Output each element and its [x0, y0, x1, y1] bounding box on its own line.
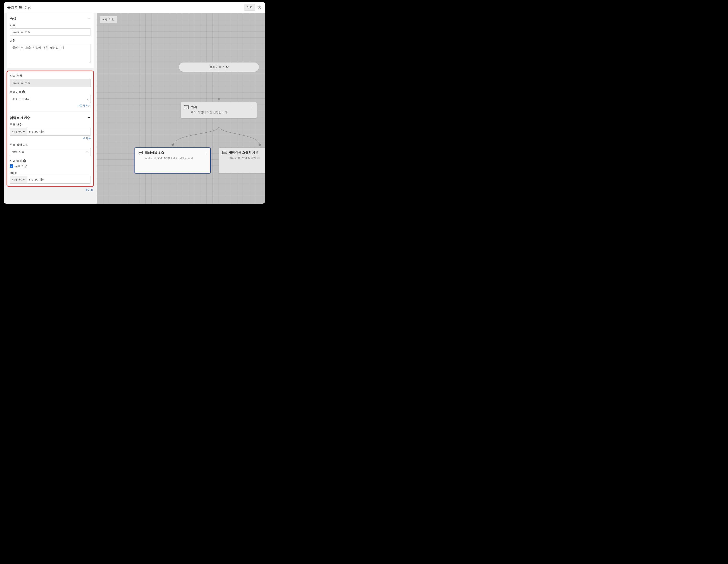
- task-type-label: 작업 유형: [10, 74, 91, 78]
- param-type-dropdown[interactable]: 매개변수 ▾: [10, 176, 27, 183]
- svg-point-8: [223, 152, 224, 153]
- allow-failure-label: 실패 허용 ?: [10, 159, 91, 163]
- node-menu-icon[interactable]: ⋮: [251, 105, 254, 109]
- loop-exec-label: 루프 실행 방식: [10, 143, 91, 147]
- chat-icon: [138, 151, 143, 155]
- copy-node-title: 플레이북 호출의 사본: [229, 151, 264, 155]
- playbook-select[interactable]: 주소 그룹 추가 ∨: [10, 95, 91, 103]
- query-node-description: 쿼리 작업에 대한 설명입니다: [184, 110, 254, 114]
- loop-exec-value: 병렬 실행: [12, 150, 24, 154]
- caret-down-icon: ▾: [23, 178, 25, 181]
- playbook-call-copy-node[interactable]: 플레이북 호출의 사본 플레이북 호출 작업에 대: [219, 147, 265, 173]
- playbook-call-node[interactable]: 플레이북 호출 ⋮ 플레이북 호출 작업에 대한 설명입니다: [135, 147, 211, 173]
- svg-rect-1: [184, 105, 188, 109]
- new-task-button[interactable]: + 새 작업: [100, 16, 117, 23]
- svg-point-2: [187, 108, 187, 109]
- description-textarea[interactable]: [10, 44, 91, 63]
- history-button[interactable]: 이력: [244, 4, 255, 11]
- help-icon[interactable]: ?: [23, 159, 26, 162]
- chat-icon: [222, 151, 227, 155]
- svg-point-5: [140, 152, 141, 153]
- autofill-link[interactable]: 자동 채우기: [10, 104, 91, 108]
- param-type-dropdown[interactable]: 매개변수 ▾: [10, 128, 27, 135]
- attributes-panel: 속성 이름 설명: [7, 13, 94, 68]
- attributes-section-header[interactable]: 속성: [10, 16, 91, 20]
- input-params-header[interactable]: 입력 매개변수: [10, 116, 91, 120]
- svg-point-9: [224, 152, 225, 153]
- playbook-selected-value: 주소 그룹 추가: [12, 97, 31, 101]
- loop-variable-value[interactable]: src_ip / 쿼리: [27, 128, 91, 135]
- copy-node-description: 플레이북 호출 작업에 대: [222, 156, 264, 160]
- playbook-call-node-title: 플레이북 호출: [145, 151, 202, 155]
- src-ip-combo: 매개변수 ▾ src_ip / 쿼리: [10, 176, 91, 183]
- name-input[interactable]: [10, 28, 91, 35]
- svg-point-10: [225, 152, 226, 153]
- workflow-canvas[interactable]: + 새 작업 플레이북 시작 쿼리 ⋮: [97, 13, 265, 203]
- page-header: 플레이북 수정 이력: [4, 2, 265, 13]
- chevron-down-icon: [86, 150, 88, 153]
- chevron-down-icon: ∨: [87, 98, 88, 101]
- task-type-value: 플레이북 호출: [10, 79, 91, 87]
- start-node[interactable]: 플레이북 시작: [179, 62, 259, 72]
- start-node-label: 플레이북 시작: [209, 65, 229, 69]
- input-params-title: 입력 매개변수: [10, 116, 30, 120]
- name-label: 이름: [10, 23, 91, 27]
- playbook-call-node-description: 플레이북 호출 작업에 대한 설명입니다: [138, 156, 207, 160]
- highlighted-config-block: 작업 유형 플레이북 호출 플레이북 ? 주소 그룹 추가 ∨ 자동 채우기 입…: [7, 71, 94, 187]
- query-node-title: 쿼리: [191, 105, 248, 109]
- description-label: 설명: [10, 39, 91, 42]
- node-menu-icon[interactable]: ⋮: [204, 151, 207, 155]
- chevron-down-icon: [87, 116, 91, 120]
- reset-link[interactable]: 초기화: [7, 188, 94, 192]
- chevron-down-icon: [87, 16, 91, 20]
- query-node[interactable]: 쿼리 ⋮ 쿼리 작업에 대한 설명입니다: [181, 102, 257, 118]
- attributes-title: 속성: [10, 16, 16, 20]
- reset-link[interactable]: 초기화: [10, 136, 91, 140]
- src-ip-value[interactable]: src_ip / 쿼리: [27, 176, 91, 183]
- svg-point-6: [141, 152, 142, 153]
- page-title: 플레이북 수정: [7, 5, 32, 10]
- loop-variable-combo: 매개변수 ▾ src_ip / 쿼리: [10, 128, 91, 136]
- loop-variable-label: 루프 변수: [10, 123, 91, 126]
- help-icon[interactable]: ?: [22, 90, 25, 93]
- allow-failure-checkbox-label: 실패 허용: [15, 164, 27, 168]
- history-icon[interactable]: [257, 5, 262, 10]
- playbook-label: 플레이북 ?: [10, 90, 91, 94]
- terminal-icon: [184, 105, 189, 109]
- caret-down-icon: ▾: [23, 130, 25, 133]
- svg-point-4: [139, 152, 140, 153]
- src-ip-label: src_ip: [10, 171, 91, 174]
- properties-sidebar: 속성 이름 설명 작업 유형 플레이북 호출 플레이북 ?: [4, 13, 97, 203]
- loop-exec-select[interactable]: 병렬 실행: [10, 148, 91, 156]
- checkbox-checked-icon[interactable]: ✓: [10, 164, 13, 168]
- allow-failure-checkbox-row[interactable]: ✓ 실패 허용: [10, 164, 91, 168]
